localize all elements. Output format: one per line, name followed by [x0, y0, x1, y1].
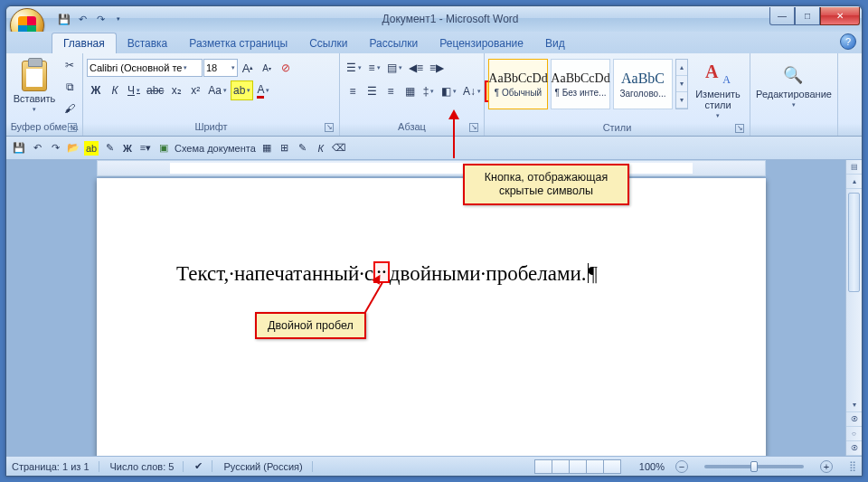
tab-review[interactable]: Рецензирование: [429, 33, 534, 53]
cut-button[interactable]: ✂: [61, 55, 79, 75]
sort-button[interactable]: A↓: [460, 81, 484, 101]
zoom-percent[interactable]: 100%: [639, 461, 665, 472]
align-left-button[interactable]: ≡: [344, 81, 362, 101]
vertical-scrollbar[interactable]: ▤ ▴ ▾ ⦿ ○ ⦿: [845, 160, 862, 456]
ruler-toggle-icon[interactable]: ▤: [846, 160, 862, 175]
paste-button[interactable]: Вставить ▾: [10, 55, 59, 118]
minimize-button[interactable]: —: [769, 7, 795, 25]
font-size-combo[interactable]: 18▾: [203, 59, 238, 77]
sub-undo-icon[interactable]: ↶: [30, 141, 44, 156]
callout-pilcrow-text: Кнопка, отображающая скрытые символы: [476, 171, 617, 198]
decrease-indent-button[interactable]: ◀≡: [406, 58, 426, 78]
undo-icon[interactable]: ↶: [75, 12, 90, 26]
font-color-button[interactable]: A: [254, 80, 272, 100]
tab-layout[interactable]: Разметка страницы: [178, 33, 298, 53]
status-language[interactable]: Русский (Россия): [223, 461, 312, 472]
status-page[interactable]: Страница: 1 из 1: [12, 461, 99, 472]
zoom-slider[interactable]: [704, 465, 804, 468]
increase-indent-button[interactable]: ≡▶: [427, 58, 447, 78]
view-fullscreen[interactable]: [552, 459, 570, 474]
view-print-layout[interactable]: [534, 459, 552, 474]
horizontal-ruler[interactable]: [97, 160, 766, 176]
format-painter-button[interactable]: 🖌: [61, 99, 79, 118]
styles-scroll[interactable]: ▴▾▾: [675, 59, 688, 109]
paragraph-launcher[interactable]: ↘: [469, 123, 478, 132]
document-text: Текст,·напечатанный·с··двойными·пробелам…: [176, 262, 598, 286]
status-proofing[interactable]: ✔: [194, 460, 212, 472]
copy-button[interactable]: ⧉: [61, 77, 79, 97]
change-case-button[interactable]: Aa: [205, 80, 230, 100]
justify-button[interactable]: ▦: [401, 81, 419, 101]
style-normal[interactable]: AaBbCcDd ¶ Обычный: [488, 59, 548, 109]
sub-italic-icon[interactable]: К: [314, 141, 328, 156]
tab-insert[interactable]: Вставка: [117, 33, 179, 53]
save-icon[interactable]: 💾: [57, 12, 71, 26]
help-button[interactable]: ?: [840, 33, 856, 50]
scroll-down-button[interactable]: ▾: [846, 398, 862, 412]
sub-save-icon[interactable]: 💾: [12, 141, 26, 156]
align-center-button[interactable]: ☰: [363, 81, 381, 101]
sub-icon-5[interactable]: ⌫: [332, 141, 346, 156]
tab-references[interactable]: Ссылки: [298, 33, 358, 53]
clipboard-launcher[interactable]: ↘: [68, 123, 77, 132]
change-styles-button[interactable]: A A Изменить стили ▾: [690, 59, 746, 122]
resize-grip-icon[interactable]: ⣿: [849, 460, 856, 472]
superscript-button[interactable]: x²: [186, 80, 204, 100]
group-clipboard: Вставить ▾ ✂ ⧉ 🖌 Буфер обмена↘: [6, 53, 83, 136]
sub-icon-4[interactable]: ✎: [296, 141, 310, 156]
sub-open-icon[interactable]: 📂: [66, 141, 80, 156]
zoom-thumb[interactable]: [750, 461, 758, 472]
qat-more-icon[interactable]: ▾: [111, 12, 126, 26]
sub-icon-1[interactable]: ✎: [102, 141, 117, 156]
browse-object-button[interactable]: ○: [846, 427, 862, 441]
shrink-font-button[interactable]: A▾: [258, 58, 276, 78]
subscript-button[interactable]: x₂: [167, 80, 185, 100]
scroll-thumb[interactable]: [848, 193, 860, 292]
italic-button[interactable]: К: [106, 80, 124, 100]
redo-icon[interactable]: ↷: [93, 12, 108, 26]
next-page-button[interactable]: ⦿: [846, 441, 862, 456]
zoom-out-button[interactable]: −: [675, 460, 688, 473]
tab-view[interactable]: Вид: [534, 33, 576, 53]
sub-icon-3[interactable]: ⊞: [278, 141, 292, 156]
scroll-up-button[interactable]: ▴: [846, 175, 862, 189]
tab-mailings[interactable]: Рассылки: [358, 33, 429, 53]
font-name-combo[interactable]: Calibri (Основной те▾: [87, 59, 203, 77]
styles-launcher[interactable]: ↘: [735, 124, 744, 133]
tab-home[interactable]: Главная: [52, 33, 117, 53]
shading-button[interactable]: ◧: [439, 81, 459, 101]
sub-list-icon[interactable]: ≡▾: [138, 141, 153, 156]
document-map-label[interactable]: Схема документа: [175, 143, 256, 154]
sub-highlight-icon[interactable]: ab: [84, 141, 99, 156]
arrow-line-1: [453, 117, 455, 158]
zoom-in-button[interactable]: +: [820, 460, 833, 473]
clear-format-button[interactable]: ⊘: [277, 58, 295, 78]
maximize-button[interactable]: □: [795, 7, 820, 25]
prev-page-button[interactable]: ⦿: [846, 412, 862, 427]
view-outline[interactable]: [586, 459, 604, 474]
sub-icon-2[interactable]: ▦: [259, 141, 274, 156]
multilevel-button[interactable]: ▤: [384, 58, 405, 78]
document-page[interactable]: Текст,·напечатанный·с··двойными·пробелам…: [97, 178, 766, 456]
font-launcher[interactable]: ↘: [325, 123, 334, 132]
grow-font-button[interactable]: A▴: [239, 58, 257, 78]
underline-button[interactable]: Ч: [125, 80, 143, 100]
bullets-button[interactable]: ☰: [344, 58, 364, 78]
numbering-button[interactable]: ≡: [365, 58, 383, 78]
group-font: Calibri (Основной те▾ 18▾ A▴ A▾ ⊘ Ж К Ч …: [83, 53, 340, 136]
style-heading1[interactable]: AaBbC Заголово...: [613, 59, 673, 109]
view-web[interactable]: [569, 459, 587, 474]
align-right-button[interactable]: ≡: [382, 81, 400, 101]
bold-button[interactable]: Ж: [87, 80, 105, 100]
style-nospacing[interactable]: AaBbCcDd ¶ Без инте...: [551, 59, 610, 109]
status-words[interactable]: Число слов: 5: [110, 461, 184, 472]
editing-button[interactable]: 🔍 Редактирование ▾: [754, 55, 834, 118]
sub-redo-icon[interactable]: ↷: [48, 141, 62, 156]
sub-check-icon[interactable]: ▣: [156, 141, 171, 156]
sub-bold-icon[interactable]: Ж: [120, 141, 135, 156]
line-spacing-button[interactable]: ‡: [420, 81, 438, 101]
close-button[interactable]: ✕: [820, 7, 860, 25]
view-draft[interactable]: [603, 459, 621, 474]
highlight-button[interactable]: ab: [231, 80, 253, 100]
strike-button[interactable]: abc: [144, 80, 166, 100]
